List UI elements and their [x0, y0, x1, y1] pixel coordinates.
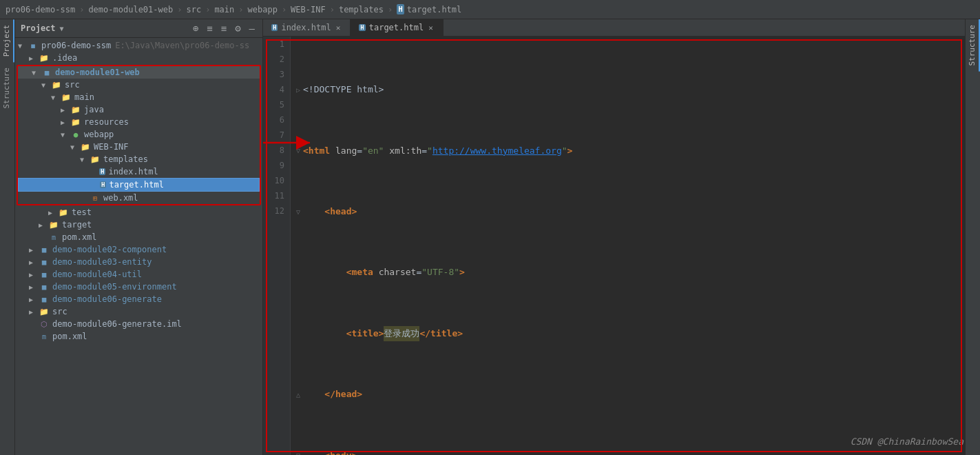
html-file-icon: H: [99, 168, 105, 175]
tab-label: index.html: [281, 23, 331, 32]
tree-item-resources[interactable]: ▶ 📁 resources: [18, 116, 260, 128]
breadcrumb-item-4[interactable]: webapp: [248, 5, 278, 14]
code-line-3: ▽ <head>: [296, 204, 959, 219]
code-token: </title>: [419, 326, 463, 341]
project-panel-header: Project ▼ ⊕ ≡ ≡ ⚙ —: [15, 19, 262, 38]
code-token: [303, 387, 324, 402]
tree-label: .idea: [52, 53, 77, 63]
project-label: Project: [21, 23, 56, 33]
tree-label: templates: [103, 154, 148, 164]
fold-btn[interactable]: ▽: [296, 206, 300, 218]
breadcrumb-item-6[interactable]: templates: [339, 5, 384, 14]
tree-item-idea[interactable]: ▶ 📁 .idea: [15, 52, 262, 64]
structure-tab-right[interactable]: Structure: [966, 19, 980, 72]
left-panel-tabs: Project Structure: [0, 19, 15, 455]
scroll-from-source-icon[interactable]: ≡: [205, 22, 214, 34]
tree-item-webxml[interactable]: ▶ ⊞ web.xml: [18, 192, 260, 204]
minimize-icon[interactable]: —: [247, 22, 257, 34]
fold-btn[interactable]: ▽: [296, 449, 300, 455]
tree-arrow: ▶: [29, 54, 39, 62]
tree-label: demo-module05-environment: [52, 282, 177, 292]
breadcrumb-item-0[interactable]: pro06-demo-ssm: [6, 5, 75, 14]
code-token: ": [562, 143, 567, 159]
breadcrumb-item-3[interactable]: main: [214, 5, 234, 14]
tab-close-button[interactable]: ✕: [427, 23, 435, 32]
fold-btn[interactable]: △: [296, 389, 300, 401]
tree-arrow: ▶: [29, 246, 39, 254]
tree-item-webapp[interactable]: ▼ ● webapp: [18, 128, 260, 141]
line-numbers: 1 2 3 4 5 6 7 8 9 10 11 12: [263, 37, 291, 455]
tree-item-demo-module02[interactable]: ▶ ■ demo-module02-component: [15, 243, 262, 256]
breadcrumb-item-1[interactable]: demo-module01-web: [88, 5, 173, 14]
tree-item-index-html[interactable]: ▶ H index.html: [18, 165, 260, 178]
tab-index-html[interactable]: H index.html ✕: [263, 19, 351, 36]
code-token: >: [459, 265, 465, 280]
fold-btn[interactable]: ▷: [296, 84, 300, 96]
code-token: "UTF-8": [421, 265, 459, 280]
code-content[interactable]: ▷ <!DOCTYPE html> ▽ <html lang="en" xml:…: [291, 37, 965, 455]
code-token: <html: [303, 143, 330, 159]
pom-icon: m: [39, 333, 50, 341]
tree-item-target-html[interactable]: ▶ H target.html: [18, 178, 260, 192]
project-tab[interactable]: Project: [0, 19, 14, 62]
tree-item-target[interactable]: ▶ 📁 target: [15, 219, 262, 231]
tree-item-webinf[interactable]: ▼ 📁 WEB-INF: [18, 141, 260, 153]
tree-item-demo-module05[interactable]: ▶ ■ demo-module05-environment: [15, 281, 262, 293]
tree-item-test[interactable]: ▶ 📁 test: [15, 206, 262, 219]
tree-arrow: ▶: [29, 308, 39, 316]
locate-icon[interactable]: ⊕: [191, 22, 200, 34]
tree-item-demo-module03[interactable]: ▶ ■ demo-module03-entity: [15, 256, 262, 268]
html-tab-icon: H: [359, 24, 365, 31]
structure-tab-left[interactable]: Structure: [0, 62, 14, 114]
tree-item-templates[interactable]: ▼ 📁 templates: [18, 153, 260, 165]
tab-close-button[interactable]: ✕: [335, 23, 342, 32]
code-line-7: ▽ <body>: [296, 448, 959, 455]
breadcrumb-item-5[interactable]: WEB-INF: [291, 5, 326, 14]
module-icon: ■: [39, 283, 50, 292]
module-icon: ■: [41, 68, 52, 77]
tree-item-pom[interactable]: ▶ m pom.xml: [15, 231, 262, 243]
html-tab-icon: H: [271, 24, 278, 31]
code-token: <title>: [346, 326, 384, 341]
breadcrumb-item-2[interactable]: src: [186, 5, 201, 14]
tree-arrow: ▶: [29, 296, 39, 303]
code-token: ": [427, 143, 432, 159]
code-token: </head>: [324, 387, 362, 402]
code-token: [330, 143, 335, 159]
tree-label: main: [74, 92, 94, 102]
breadcrumb-file-icon: H: [397, 4, 404, 14]
fold-btn[interactable]: ▽: [296, 145, 300, 156]
tree-item-demo-module01-web[interactable]: ▼ ■ demo-module01-web: [18, 66, 260, 79]
settings-icon[interactable]: ⚙: [233, 22, 242, 34]
editor-tabs: H index.html ✕ H target.html ✕: [263, 19, 965, 37]
tree-item-java[interactable]: ▶ 📁 java: [18, 103, 260, 116]
tree-item-main[interactable]: ▼ 📁 main: [18, 91, 260, 103]
tree-label: web.xml: [103, 193, 138, 203]
tree-item-demo-module06[interactable]: ▶ ■ demo-module06-generate: [15, 293, 262, 305]
breadcrumb-item-7[interactable]: target.html: [407, 5, 461, 14]
folder-icon: 📁: [70, 118, 81, 127]
dropdown-arrow-icon[interactable]: ▼: [60, 25, 64, 32]
folder-icon: 📁: [70, 105, 81, 114]
tree-item-demo-module04[interactable]: ▶ ■ demo-module04-util: [15, 268, 262, 281]
tree-item-src2[interactable]: ▶ 📁 src: [15, 305, 262, 318]
tree-label: WEB-INF: [94, 142, 129, 152]
code-editor[interactable]: 1 2 3 4 5 6 7 8 9 10 11 12 ▷: [263, 37, 965, 455]
tree-item-pro06-demo-ssm[interactable]: ▼ ◼ pro06-demo-ssm E:\Java\Maven\pro06-d…: [15, 39, 262, 52]
tree-label: demo-module02-component: [52, 245, 167, 254]
tree-arrow: ▼: [32, 69, 41, 77]
code-token: <body>: [324, 448, 357, 455]
folder-icon: 📁: [58, 208, 69, 217]
folder-icon: 📁: [39, 307, 50, 316]
expand-icon[interactable]: ≡: [219, 22, 229, 34]
tree-arrow: ▼: [61, 131, 70, 139]
code-token: [303, 204, 324, 219]
code-token: charset: [379, 265, 417, 280]
tree-label: demo-module06-generate.iml: [52, 319, 182, 329]
tree-item-src[interactable]: ▼ 📁 src: [18, 79, 260, 91]
tab-target-html[interactable]: H target.html ✕: [351, 19, 444, 36]
tree-label: webapp: [84, 130, 114, 139]
tree-item-pom2[interactable]: ▶ m pom.xml: [15, 330, 262, 343]
tree-item-iml[interactable]: ▶ ⬡ demo-module06-generate.iml: [15, 318, 262, 330]
tree-label: src: [65, 80, 80, 90]
